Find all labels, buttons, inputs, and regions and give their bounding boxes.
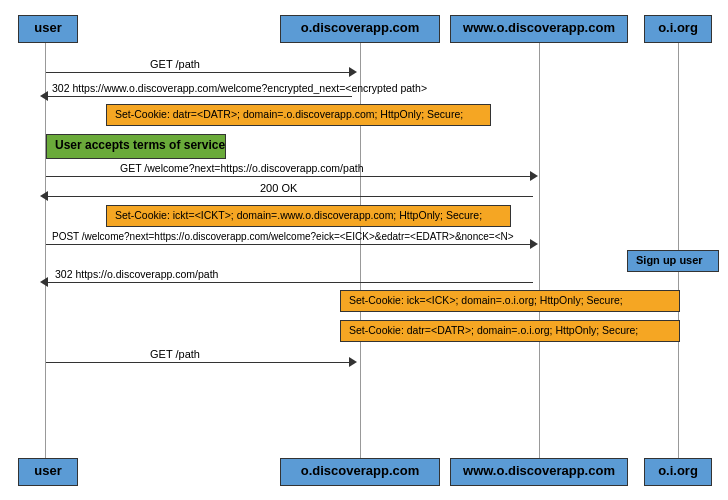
msg6-line <box>46 196 533 197</box>
set-cookie-datr-1: Set-Cookie: datr=<DATR>; domain=.o.disco… <box>106 104 491 126</box>
msg5-line <box>46 176 533 177</box>
actor-o-discover-top: o.discoverapp.com <box>280 15 440 43</box>
msg5-arrowhead <box>530 171 538 181</box>
msg5-label: GET /welcome?next=https://o.discoverapp.… <box>120 162 363 174</box>
sequence-diagram: user o.discoverapp.com www.o.discoverapp… <box>0 0 728 500</box>
actor-www-discover-top: www.o.discoverapp.com <box>450 15 628 43</box>
msg2-line <box>46 96 352 97</box>
user-accepts-tos: User accepts terms of service <box>46 134 226 159</box>
msg10-arrowhead <box>40 277 48 287</box>
msg10-label: 302 https://o.discoverapp.com/path <box>55 268 218 280</box>
lifeline-www-discover <box>539 43 540 458</box>
actor-user-top: user <box>18 15 78 43</box>
msg8-label: POST /welcome?next=https://o.discoverapp… <box>52 231 514 242</box>
msg2-label: 302 https://www.o.discoverapp.com/welcom… <box>52 82 427 94</box>
actor-o-discover-bottom: o.discoverapp.com <box>280 458 440 486</box>
msg13-label: GET /path <box>150 348 200 360</box>
msg1-label: GET /path <box>150 58 200 70</box>
msg6-label: 200 OK <box>260 182 297 194</box>
msg6-arrowhead <box>40 191 48 201</box>
msg13-arrowhead <box>349 357 357 367</box>
actor-www-discover-bottom: www.o.discoverapp.com <box>450 458 628 486</box>
msg1-arrowhead <box>349 67 357 77</box>
actor-oi-top: o.i.org <box>644 15 712 43</box>
msg13-line <box>46 362 352 363</box>
lifeline-user <box>45 43 46 458</box>
msg2-arrowhead <box>40 91 48 101</box>
actor-user-bottom: user <box>18 458 78 486</box>
sign-up-user: Sign up user <box>627 250 719 272</box>
set-cookie-ickt: Set-Cookie: ickt=<ICKT>; domain=.www.o.d… <box>106 205 511 227</box>
msg1-line <box>46 72 352 73</box>
msg8-arrowhead <box>530 239 538 249</box>
msg8-line <box>46 244 533 245</box>
actor-oi-bottom: o.i.org <box>644 458 712 486</box>
set-cookie-ick: Set-Cookie: ick=<ICK>; domain=.o.i.org; … <box>340 290 680 312</box>
set-cookie-datr-2: Set-Cookie: datr=<DATR>; domain=.o.i.org… <box>340 320 680 342</box>
msg10-line <box>46 282 533 283</box>
